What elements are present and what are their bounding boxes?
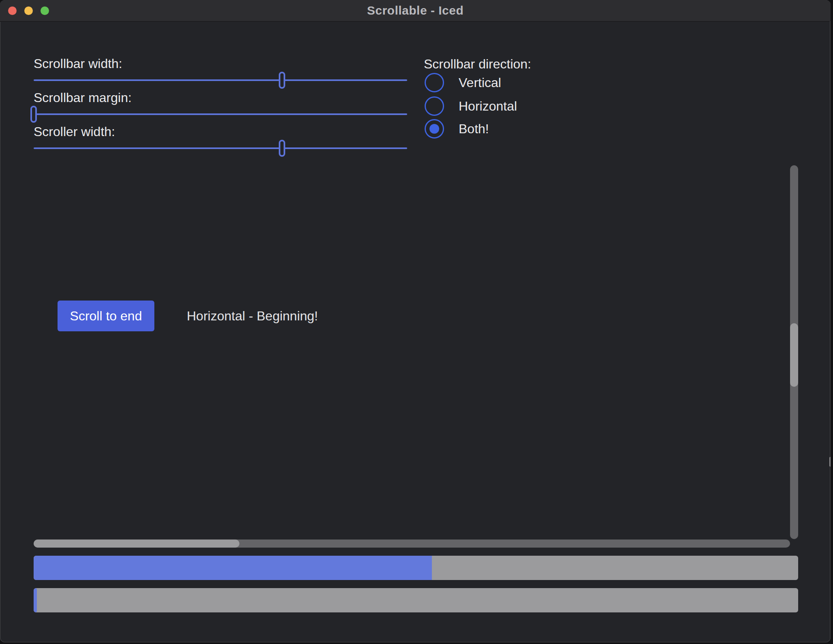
scrollbar-width-label: Scrollbar width:: [34, 55, 122, 72]
radio-vertical[interactable]: Vertical: [425, 73, 501, 92]
traffic-lights: [8, 0, 49, 21]
vertical-scroller[interactable]: [790, 323, 798, 387]
scroller-width-slider[interactable]: [34, 140, 407, 157]
radio-circle-icon: [425, 119, 444, 139]
minimize-button[interactable]: [24, 6, 33, 15]
scrollbar-margin-slider[interactable]: [34, 106, 407, 123]
progress-fill: [34, 588, 37, 612]
progress-fill: [34, 556, 432, 580]
slider-rail: [34, 147, 407, 149]
slider-rail: [34, 113, 407, 115]
close-button[interactable]: [8, 6, 17, 15]
slider-handle[interactable]: [279, 140, 285, 157]
scrollbar-margin-label: Scrollbar margin:: [34, 90, 132, 106]
window-edge-scroller: [829, 457, 831, 467]
radio-horizontal[interactable]: Horizontal: [425, 96, 517, 116]
horizontal-scroller[interactable]: [34, 540, 239, 548]
slider-handle[interactable]: [30, 106, 37, 123]
scroll-to-end-button[interactable]: Scroll to end: [58, 301, 154, 331]
radio-dot-icon: [429, 124, 439, 134]
radio-both[interactable]: Both!: [425, 119, 489, 139]
titlebar: Scrollable - Iced: [0, 0, 831, 22]
scroll-status-text: Horizontal - Beginning!: [187, 308, 318, 324]
horizontal-scrollbar-track[interactable]: [34, 540, 790, 548]
zoom-button[interactable]: [41, 6, 49, 15]
radio-label: Horizontal: [459, 99, 517, 114]
window-title: Scrollable - Iced: [367, 4, 464, 17]
slider-handle[interactable]: [279, 72, 285, 89]
vertical-scrollbar-track[interactable]: [790, 165, 798, 539]
scrollbar-width-slider[interactable]: [34, 72, 407, 89]
app-window: Scrollable - Iced Scrollbar width: Scrol…: [0, 0, 831, 642]
window-right-edge: [830, 21, 831, 642]
scrollbar-direction-title: Scrollbar direction:: [424, 56, 531, 72]
vertical-progress-bar: [34, 556, 798, 580]
radio-label: Vertical: [459, 75, 501, 90]
horizontal-progress-bar: [34, 588, 798, 612]
radio-circle-icon: [425, 96, 444, 116]
radio-label: Both!: [459, 122, 489, 136]
radio-circle-icon: [425, 73, 444, 92]
slider-rail: [34, 79, 407, 81]
scroller-width-label: Scroller width:: [34, 124, 115, 140]
